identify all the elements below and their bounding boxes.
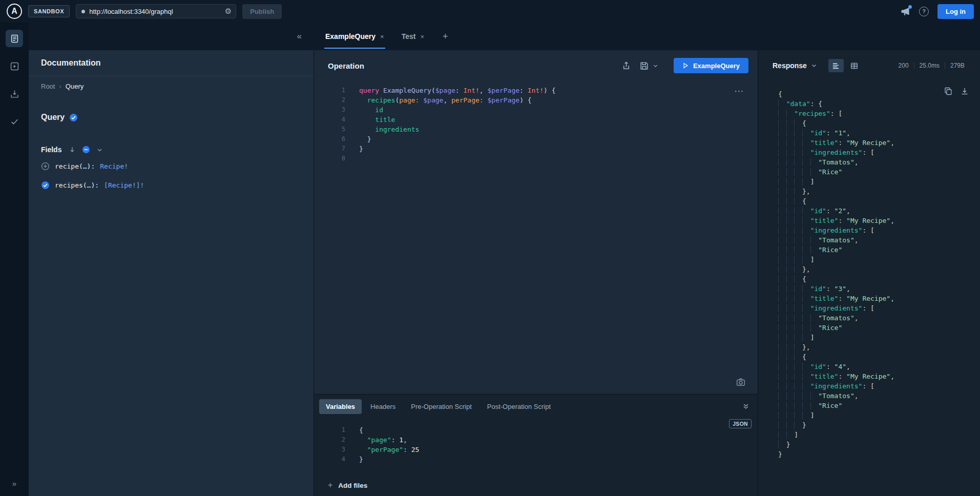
documentation-panel: Documentation Root › Query Query xyxy=(29,50,314,496)
chevron-right-icon: › xyxy=(59,82,61,90)
login-button[interactable]: Log in xyxy=(937,4,974,19)
operation-options-icon[interactable]: ⋯ xyxy=(734,85,744,97)
endpoint-url: http://localhost:3340/graphql xyxy=(89,8,221,15)
add-files-label: Add files xyxy=(338,482,367,489)
rail-checklist-button[interactable] xyxy=(6,113,23,130)
tab-test[interactable]: Test × xyxy=(401,24,425,49)
line-number: 4 xyxy=(314,454,345,464)
new-tab-button[interactable]: + xyxy=(441,31,450,42)
tab-headers[interactable]: Headers xyxy=(364,399,402,414)
code-line: "title": "My Recipe", xyxy=(778,216,980,225)
operation-editor[interactable]: 1query ExampleQuery($page: Int!, $perPag… xyxy=(314,81,758,394)
variables-editor[interactable]: JSON 1{2 "page": 1,3 "perPage": 254} xyxy=(314,418,758,474)
save-menu-chevron-icon[interactable] xyxy=(653,63,658,69)
tab-variables[interactable]: Variables xyxy=(319,399,362,414)
apollo-logo[interactable]: A xyxy=(7,4,22,19)
operation-header: Operation xyxy=(314,50,758,81)
circle-plus-icon[interactable] xyxy=(41,162,50,171)
status-code: 200 xyxy=(893,62,914,69)
expand-rail-button[interactable]: » xyxy=(0,479,29,488)
variables-code[interactable]: 1{2 "page": 1,3 "perPage": 254} xyxy=(314,418,758,464)
rail-operations-button[interactable] xyxy=(6,57,23,75)
question-glyph: ? xyxy=(922,8,926,14)
response-json[interactable]: { "data": { "recipes": [ { "id": "1", "t… xyxy=(758,81,980,459)
response-menu-chevron-icon[interactable] xyxy=(811,63,817,69)
tab-post-operation-script[interactable]: Post-Operation Script xyxy=(481,399,557,414)
rail-publish-schema-button[interactable] xyxy=(6,85,23,102)
help-icon[interactable]: ? xyxy=(919,7,929,16)
code-line: } xyxy=(778,440,980,449)
variables-panel: Variables Headers Pre-Operation Script P… xyxy=(314,394,758,496)
field-type-link[interactable]: [Recipe!]! xyxy=(104,181,144,189)
code-line: 2 recipes(page: $page, perPage: $perPage… xyxy=(314,95,758,105)
response-tools xyxy=(944,87,969,95)
save-icon[interactable] xyxy=(640,61,649,70)
circle-check-icon xyxy=(69,113,78,122)
publish-button[interactable]: Publish xyxy=(242,4,282,19)
announcements-icon[interactable] xyxy=(901,7,910,16)
code-line: "Rice" xyxy=(778,167,980,177)
close-icon[interactable]: × xyxy=(380,33,384,40)
screenshot-camera-icon[interactable] xyxy=(736,378,745,387)
add-files-button[interactable]: + Add files xyxy=(314,474,758,496)
download-icon[interactable] xyxy=(961,87,969,95)
tab-pre-operation-script[interactable]: Pre-Operation Script xyxy=(404,399,478,414)
play-square-icon xyxy=(10,62,19,71)
code-line: "ingredients": [ xyxy=(778,225,980,235)
close-icon[interactable]: × xyxy=(420,33,424,40)
operation-actions: ExampleQuery xyxy=(622,58,748,73)
code-line: "ingredients": [ xyxy=(778,148,980,157)
endpoint-input[interactable]: http://localhost:3340/graphql ⚙ xyxy=(76,4,236,18)
code-line: "data": { xyxy=(778,99,980,109)
field-row-recipe[interactable]: recipe(…): Recipe! xyxy=(41,162,301,171)
collapse-docs-button[interactable]: « xyxy=(297,31,302,42)
circle-check-icon[interactable] xyxy=(41,181,50,190)
tab-label: Test xyxy=(402,32,416,40)
main-area: » « ExampleQuery × Test × + xyxy=(0,23,980,496)
topbar: A SANDBOX http://localhost:3340/graphql … xyxy=(0,0,980,23)
connection-status-dot xyxy=(81,10,85,13)
line-number: 7 xyxy=(314,144,345,154)
type-heading: Query xyxy=(41,113,65,122)
table-view-button[interactable] xyxy=(847,59,862,72)
copy-icon[interactable] xyxy=(944,87,952,95)
rail-documentation-button[interactable] xyxy=(6,30,23,47)
line-number: 8 xyxy=(314,154,345,163)
connection-settings-gear-icon[interactable]: ⚙ xyxy=(225,7,232,16)
checkmark-icon xyxy=(10,117,19,126)
raw-view-button[interactable] xyxy=(828,59,844,72)
code-line: "id": "2", xyxy=(778,206,980,216)
code-line: "Rice" xyxy=(778,323,980,333)
code-line: { xyxy=(778,274,980,284)
line-number: 3 xyxy=(314,105,345,115)
code-line: 7} xyxy=(314,144,758,154)
workspace: « ExampleQuery × Test × + xyxy=(29,23,980,496)
fields-heading: Fields xyxy=(41,146,61,154)
sort-arrow-down-icon[interactable] xyxy=(69,146,76,153)
field-name: recipes(…): xyxy=(55,181,99,189)
breadcrumb-current: Query xyxy=(66,82,84,90)
tab-examplequery[interactable]: ExampleQuery × xyxy=(324,24,385,49)
response-metrics: 200 25.0ms 279B xyxy=(893,62,970,69)
run-button-label: ExampleQuery xyxy=(693,62,740,70)
chevron-down-icon[interactable] xyxy=(96,147,103,153)
field-row-recipes[interactable]: recipes(…): [Recipe!]! xyxy=(41,181,301,190)
document-icon xyxy=(10,34,19,43)
run-operation-button[interactable]: ExampleQuery xyxy=(674,58,748,73)
code-line: "title": "My Recipe", xyxy=(778,294,980,303)
table-view-icon xyxy=(850,62,858,70)
line-number: 6 xyxy=(314,134,345,144)
list-view-icon xyxy=(832,62,840,70)
operation-code[interactable]: 1query ExampleQuery($page: Int!, $perPag… xyxy=(314,81,758,163)
response-size: 279B xyxy=(945,62,970,69)
tab-label: ExampleQuery xyxy=(325,32,376,40)
circle-minus-icon[interactable] xyxy=(82,146,90,154)
field-type-link[interactable]: Recipe! xyxy=(100,162,128,170)
line-number: 1 xyxy=(314,425,345,435)
code-line: }, xyxy=(778,187,980,196)
line-number: 2 xyxy=(314,95,345,105)
share-icon[interactable] xyxy=(622,61,631,70)
collapse-panel-icon[interactable] xyxy=(742,403,749,410)
breadcrumb-root[interactable]: Root xyxy=(41,82,55,90)
code-line: 3 "perPage": 25 xyxy=(314,445,758,454)
